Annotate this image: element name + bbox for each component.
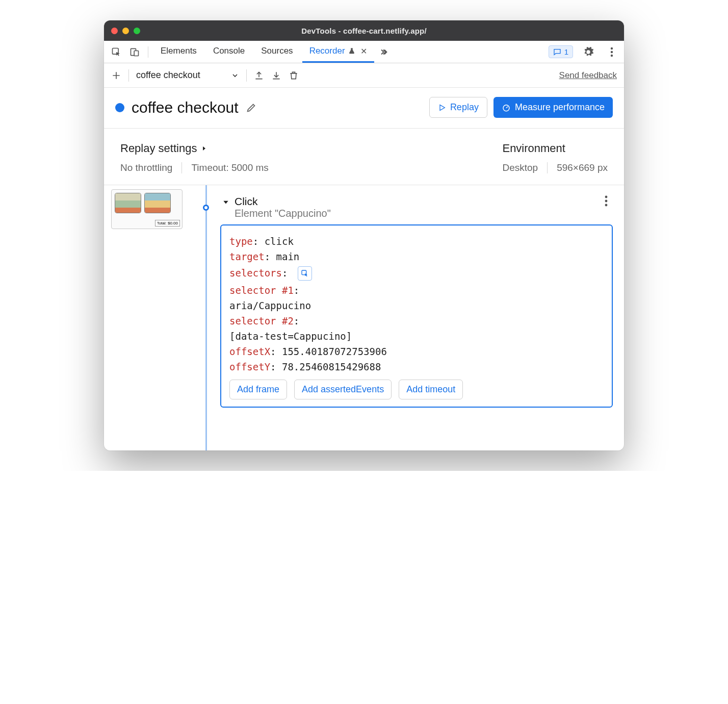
recording-name: coffee checkout [136, 70, 200, 81]
window-title: DevTools - coffee-cart.netlify.app/ [104, 27, 624, 35]
field-value[interactable]: click [265, 236, 294, 247]
throttling-value[interactable]: No throttling [120, 162, 172, 173]
step-kebab-menu-icon[interactable] [600, 195, 613, 207]
svg-point-7 [605, 196, 608, 198]
add-timeout-button[interactable]: Add timeout [399, 380, 463, 399]
svg-point-9 [605, 204, 608, 207]
import-icon[interactable] [271, 70, 281, 81]
viewport-value: 596×669 px [557, 162, 608, 173]
close-tab-icon[interactable]: ✕ [360, 46, 367, 56]
chat-icon [553, 48, 561, 56]
timeline-step-dot[interactable] [203, 205, 209, 211]
recording-header: coffee checkout Replay Measure performan… [104, 88, 624, 129]
gear-icon[interactable] [580, 44, 596, 60]
field-key: target [229, 251, 265, 262]
field-key: type [229, 236, 253, 247]
thumbnail-price: Total: $0.00 [155, 220, 180, 227]
field-key: offsetX [229, 346, 270, 357]
selector-picker-icon[interactable] [298, 266, 312, 281]
button-label: Replay [450, 102, 479, 113]
field-key: selector #2 [229, 315, 294, 326]
send-feedback-link[interactable]: Send feedback [559, 70, 617, 81]
step-header[interactable]: Click Element "Cappucino" [220, 192, 613, 224]
devtools-window: DevTools - coffee-cart.netlify.app/ Elem… [104, 20, 624, 450]
triangle-right-icon [201, 145, 207, 152]
replay-settings-toggle[interactable]: Replay settings [120, 142, 269, 155]
field-value[interactable]: main [276, 251, 300, 262]
recording-selector[interactable]: coffee checkout [136, 70, 239, 81]
divider [246, 69, 247, 82]
close-window-button[interactable] [111, 28, 118, 34]
recorder-toolbar: coffee checkout Send feedback [104, 63, 624, 88]
field-key: offsetY [229, 361, 270, 372]
svg-point-3 [611, 47, 613, 49]
field-value[interactable]: aria/Cappucino [229, 300, 311, 311]
divider [148, 46, 148, 58]
button-label: Measure performance [515, 102, 605, 113]
step-thumbnail[interactable]: Total: $0.00 [111, 189, 183, 229]
environment-title: Environment [502, 142, 608, 155]
divider [128, 69, 129, 82]
add-frame-button[interactable]: Add frame [229, 380, 287, 399]
tab-elements[interactable]: Elements [153, 41, 204, 63]
minimize-window-button[interactable] [122, 28, 129, 34]
gauge-icon [502, 103, 511, 112]
recording-title: coffee checkout [132, 99, 239, 116]
inspect-element-icon[interactable] [108, 44, 124, 60]
tab-label: Console [213, 46, 245, 56]
replay-button[interactable]: Replay [429, 97, 487, 118]
titlebar: DevTools - coffee-cart.netlify.app/ [104, 20, 624, 41]
svg-rect-2 [134, 51, 138, 56]
add-asserted-events-button[interactable]: Add assertedEvents [294, 380, 392, 399]
tab-label: Sources [261, 46, 293, 56]
svg-point-5 [611, 54, 613, 56]
step-subtitle: Element "Cappucino" [235, 208, 331, 219]
field-value[interactable]: 155.40187072753906 [282, 346, 387, 357]
export-icon[interactable] [254, 70, 264, 81]
maximize-window-button[interactable] [134, 28, 140, 34]
issues-badge[interactable]: 1 [549, 45, 573, 58]
field-key: selector #1 [229, 285, 294, 296]
tab-label: Recorder [309, 46, 345, 56]
svg-point-4 [611, 51, 613, 53]
traffic-lights [111, 28, 140, 34]
field-value[interactable]: [data-test=Cappucino] [229, 331, 352, 342]
tab-console[interactable]: Console [206, 41, 252, 63]
field-value[interactable]: 78.25460815429688 [282, 361, 381, 372]
settings-row: Replay settings No throttling Timeout: 5… [104, 129, 624, 185]
delete-icon[interactable] [289, 70, 299, 81]
more-tabs-icon[interactable] [376, 44, 393, 60]
edit-title-icon[interactable] [246, 102, 257, 113]
tab-label: Elements [161, 46, 197, 56]
device-toolbar-icon[interactable] [126, 44, 143, 60]
measure-performance-button[interactable]: Measure performance [493, 97, 613, 118]
field-key: selectors [229, 267, 282, 279]
timeout-value[interactable]: Timeout: 5000 ms [191, 162, 268, 173]
chevron-down-icon [231, 71, 239, 80]
flask-icon [348, 47, 355, 55]
svg-point-8 [605, 200, 608, 203]
recording-status-dot [115, 103, 124, 112]
device-value: Desktop [502, 162, 538, 173]
tab-sources[interactable]: Sources [254, 41, 300, 63]
step-details-editor[interactable]: type: click target: main selectors: sele… [220, 224, 613, 408]
triangle-down-icon [222, 198, 229, 206]
timeline: Total: $0.00 Click Element "Cappucino" [104, 185, 624, 450]
devtools-tabbar: Elements Console Sources Recorder ✕ 1 [104, 41, 624, 63]
issues-count: 1 [564, 47, 568, 56]
divider [181, 162, 182, 173]
tab-recorder[interactable]: Recorder ✕ [302, 41, 374, 63]
new-recording-icon[interactable] [111, 70, 121, 81]
play-icon [438, 104, 446, 112]
step-title: Click [235, 195, 331, 208]
kebab-menu-icon[interactable] [604, 44, 620, 60]
divider [547, 162, 548, 173]
settings-title-label: Replay settings [120, 142, 197, 155]
timeline-rail [205, 185, 207, 450]
